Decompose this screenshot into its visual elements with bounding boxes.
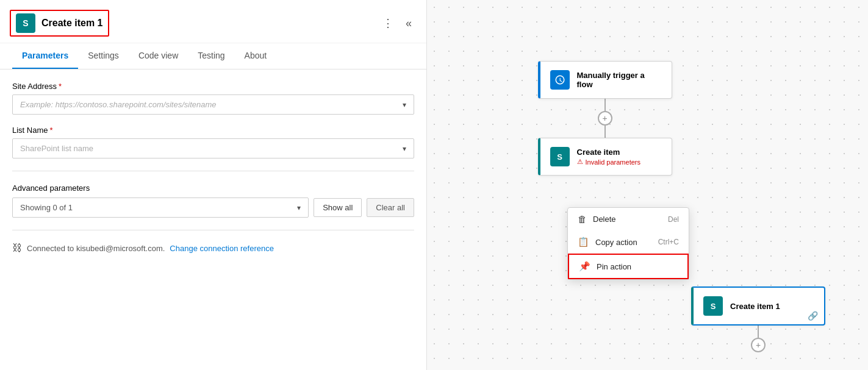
panel-title: Create item 1 (41, 18, 103, 29)
link-icon: 🔗 (808, 311, 818, 321)
right-panel: Manually trigger a flow + S Create item … (427, 0, 868, 370)
tab-about[interactable]: About (235, 43, 277, 69)
create-item-1-title: Create item 1 (730, 302, 780, 311)
connection-icon: ⛓ (12, 243, 22, 254)
delete-icon: 🗑 (578, 214, 587, 224)
create-item-1-area: S Create item 1 🔗 + (691, 286, 825, 352)
divider-2 (12, 230, 414, 230)
create-item-1-icon: S (703, 296, 723, 316)
copy-menu-left: 📋 Copy action (578, 237, 637, 247)
trigger-node[interactable]: Manually trigger a flow (538, 61, 672, 99)
advanced-dropdown[interactable]: Showing 0 of 1 ▾ (12, 197, 309, 218)
delete-menu-item[interactable]: 🗑 Delete Del (568, 208, 689, 230)
create-item-node-content: Create item ⚠ Invalid parameters (577, 148, 641, 166)
list-name-field: List Name * SharePoint list name ▾ (12, 126, 414, 158)
change-connection-link[interactable]: Change connection reference (170, 244, 274, 253)
trigger-icon (550, 70, 570, 90)
delete-menu-left: 🗑 Delete (578, 214, 616, 224)
clear-all-button[interactable]: Clear all (367, 198, 414, 217)
pin-icon: 📌 (579, 261, 590, 272)
tabs-bar: Parameters Settings Code view Testing Ab… (0, 43, 426, 69)
flow-canvas: Manually trigger a flow + S Create item … (538, 61, 672, 182)
chevron-down-icon-2: ▾ (403, 144, 406, 153)
delete-label: Delete (593, 215, 616, 224)
delete-shortcut: Del (668, 215, 679, 224)
copy-shortcut: Ctrl+C (658, 238, 679, 246)
pin-action-menu-item[interactable]: 📌 Pin action (568, 254, 689, 279)
warning-icon: ⚠ (577, 158, 583, 166)
add-step-button-1[interactable]: + (598, 111, 612, 126)
bottom-connector: + (691, 326, 825, 352)
copy-label: Copy action (595, 238, 637, 247)
connector-line-2 (604, 126, 606, 138)
copy-action-menu-item[interactable]: 📋 Copy action Ctrl+C (568, 230, 689, 254)
connector-1: + (598, 99, 612, 138)
connection-text: Connected to kisubedi@microsoft.com. (27, 244, 165, 253)
tab-testing[interactable]: Testing (188, 43, 234, 69)
create-item-icon: S (550, 147, 570, 166)
connector-line-1 (604, 99, 606, 111)
pin-label: Pin action (597, 262, 631, 271)
site-address-select[interactable]: Example: https://contoso.sharepoint.com/… (12, 94, 414, 115)
connector-line-bottom (758, 326, 759, 338)
create-item-1-node[interactable]: S Create item 1 🔗 (691, 286, 825, 326)
show-all-button[interactable]: Show all (314, 198, 362, 217)
left-panel: S Create item 1 ⋮ « Parameters Settings … (0, 0, 427, 370)
list-name-select[interactable]: SharePoint list name ▾ (12, 138, 414, 158)
site-address-label: Site Address * (12, 82, 414, 91)
create-item-node-title: Create item (577, 148, 641, 157)
chevron-down-icon: ▾ (403, 101, 406, 109)
advanced-section: Advanced parameters Showing 0 of 1 ▾ Sho… (12, 183, 414, 218)
required-star-2: * (50, 126, 53, 135)
pin-menu-left: 📌 Pin action (579, 261, 631, 272)
copy-icon: 📋 (578, 237, 589, 247)
advanced-controls: Showing 0 of 1 ▾ Show all Clear all (12, 197, 414, 218)
tab-settings[interactable]: Settings (78, 43, 129, 69)
create-item-node[interactable]: S Create item ⚠ Invalid parameters (538, 138, 672, 176)
tab-parameters[interactable]: Parameters (12, 43, 78, 69)
panel-title-area: S Create item 1 (10, 10, 109, 37)
context-menu: 🗑 Delete Del 📋 Copy action Ctrl+C 📌 Pin … (567, 207, 689, 280)
invalid-params-error: ⚠ Invalid parameters (577, 158, 641, 166)
required-star: * (59, 82, 62, 91)
sharepoint-icon: S (16, 13, 35, 33)
trigger-node-title: Manually trigger a flow (577, 71, 662, 89)
chevron-down-icon-3: ▾ (297, 204, 301, 212)
connection-section: ⛓ Connected to kisubedi@microsoft.com. C… (12, 243, 414, 254)
divider-1 (12, 171, 414, 171)
collapse-panel-button[interactable]: « (403, 15, 414, 32)
panel-header-actions: ⋮ « (380, 14, 414, 32)
form-content: Site Address * Example: https://contoso.… (0, 69, 426, 370)
advanced-label: Advanced parameters (12, 183, 414, 193)
list-name-label: List Name * (12, 126, 414, 135)
panel-header: S Create item 1 ⋮ « (0, 0, 426, 43)
site-address-field: Site Address * Example: https://contoso.… (12, 82, 414, 115)
create-item-1-content: Create item 1 (730, 302, 780, 311)
add-step-button-bottom[interactable]: + (751, 338, 766, 352)
more-options-button[interactable]: ⋮ (380, 14, 396, 32)
trigger-node-content: Manually trigger a flow (577, 71, 662, 89)
tab-code-view[interactable]: Code view (129, 43, 188, 69)
